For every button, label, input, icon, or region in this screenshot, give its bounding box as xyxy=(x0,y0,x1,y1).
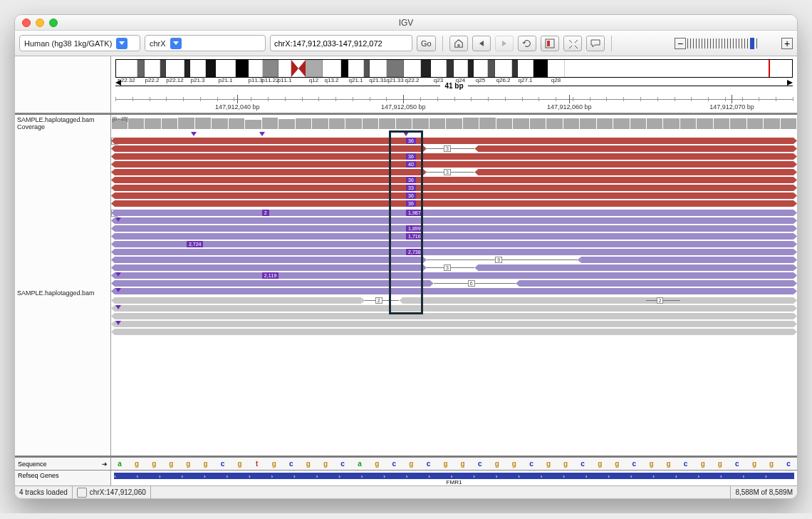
zoom-in-icon[interactable]: + xyxy=(781,38,793,49)
back-icon[interactable] xyxy=(472,36,491,51)
genome-select[interactable]: Human (hg38 1kg/GATK) xyxy=(19,35,140,51)
zoom-slider[interactable]: − + xyxy=(675,37,793,50)
ideogram-panel: p22.32p22.2p22.12p21.3p21.1p11.3p11.22p1… xyxy=(15,56,797,113)
alignment-track-label[interactable]: SAMPLE.haplotagged.bam xyxy=(15,130,110,456)
chevron-down-icon xyxy=(116,38,127,49)
chrom-select[interactable]: chrX xyxy=(145,35,266,51)
genome-select-value: Human (hg38 1kg/GATK) xyxy=(24,39,112,48)
status-position: chrX:147,912,060 xyxy=(90,488,146,496)
sequence-track-label: Sequence xyxy=(18,461,47,468)
chromosome-ideogram[interactable]: p22.32p22.2p22.12p21.3p21.1p11.3p11.22p1… xyxy=(115,59,793,78)
ruler[interactable]: 41 bp 147,912,040 bp147,912,050 bp147,91… xyxy=(115,82,793,111)
app-window: IGV Human (hg38 1kg/GATK) chrX Go − + xyxy=(14,14,798,499)
coverage-scale: [0 - 25] xyxy=(113,116,128,121)
tracks-body[interactable]: [0 - 25] 13633640336333636221,9871,8991,… xyxy=(111,115,797,456)
titlebar: IGV xyxy=(15,15,797,31)
roi-icon[interactable] xyxy=(541,36,559,51)
chevron-down-icon xyxy=(170,38,182,49)
spinner-icon xyxy=(77,488,87,498)
fit-icon[interactable] xyxy=(563,36,582,51)
status-memory: 8,588M of 8,589M xyxy=(731,486,797,498)
zoom-scale[interactable] xyxy=(687,37,780,50)
svg-rect-1 xyxy=(547,41,550,46)
window-title: IGV xyxy=(15,18,797,28)
chrom-select-value: chrX xyxy=(150,39,166,48)
go-button[interactable]: Go xyxy=(417,36,436,51)
locus-input[interactable] xyxy=(270,35,412,51)
gene-name: FMR1 xyxy=(111,479,797,485)
forward-icon[interactable] xyxy=(495,36,514,51)
statusbar: 4 tracks loaded chrX:147,912,060 8,588M … xyxy=(15,485,797,498)
home-icon[interactable] xyxy=(449,36,468,51)
gene-bar[interactable]: ›››››››››››››››››››››››››››››› xyxy=(114,473,794,479)
refresh-icon[interactable] xyxy=(518,36,536,51)
track-area: SAMPLE.haplotagged.bam Coverage SAMPLE.h… xyxy=(15,113,797,457)
gene-track-label: Refseq Genes xyxy=(15,471,111,485)
arrow-right-icon: ➔ xyxy=(102,461,108,468)
comment-icon[interactable] xyxy=(586,36,605,51)
zoom-out-icon[interactable]: − xyxy=(675,38,686,49)
ruler-extent: 41 bp xyxy=(440,82,467,90)
status-tracks: 4 tracks loaded xyxy=(15,486,73,498)
gene-track: Refseq Genes ›››››››››››››››››››››››››››… xyxy=(15,470,797,485)
sequence-track: Sequence➔ agggggcgtgcggcagcgcggcggcggcgg… xyxy=(15,457,797,470)
toolbar: Human (hg38 1kg/GATK) chrX Go − + xyxy=(15,31,797,56)
coverage-track-label[interactable]: SAMPLE.haplotagged.bam Coverage xyxy=(15,115,110,130)
